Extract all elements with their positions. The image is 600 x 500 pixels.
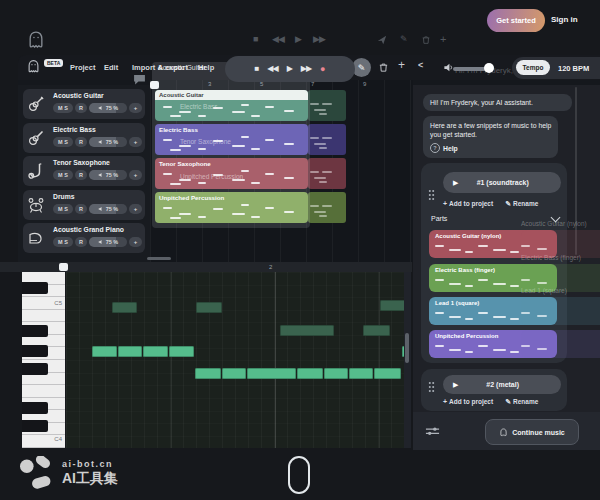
record-arm-button[interactable]: R — [75, 137, 87, 147]
track-options-button[interactable]: + — [129, 237, 142, 247]
add-to-project-button[interactable]: +Add to project — [443, 398, 493, 406]
volume-control[interactable]: 75 % — [89, 204, 127, 214]
get-started-button[interactable]: Get started — [487, 9, 545, 32]
snippet-1-play-button[interactable]: ▶ #1 (soundtrack) — [443, 172, 561, 193]
volume-control[interactable]: 75 % — [89, 137, 127, 147]
clip-unpitched-percussion-continued[interactable] — [308, 192, 346, 223]
note-dash — [435, 245, 444, 247]
black-key[interactable] — [22, 420, 48, 432]
track-options-button[interactable]: + — [129, 137, 142, 147]
add-to-project-button[interactable]: +Add to project — [443, 200, 493, 208]
mute-solo-buttons[interactable]: M S — [53, 237, 73, 247]
track-tenor-saxophone[interactable]: Tenor SaxophoneM SR75 %+ — [23, 156, 145, 186]
midi-note[interactable] — [143, 346, 168, 357]
midi-note[interactable] — [363, 325, 390, 336]
clip-acoustic-guitar-continued[interactable] — [308, 90, 346, 121]
drag-handle-icon[interactable] — [428, 189, 435, 200]
clip-tenor-saxophone-continued[interactable] — [308, 158, 346, 189]
drag-handle-icon[interactable] — [428, 381, 435, 392]
pin-icon[interactable] — [377, 35, 387, 45]
playhead-marker[interactable] — [59, 263, 68, 271]
volume-control[interactable]: 75 % — [89, 237, 127, 247]
add-icon[interactable]: + — [440, 33, 446, 45]
record-arm-button[interactable]: R — [75, 237, 87, 247]
trash-icon[interactable] — [378, 62, 389, 73]
timeline-hscrollbar[interactable] — [147, 257, 171, 260]
track-acoustic-grand-piano[interactable]: Acoustic Grand PianoM SR75 %+ — [23, 223, 145, 253]
volume-slider-handle[interactable] — [484, 63, 494, 73]
black-key[interactable] — [22, 325, 48, 337]
play-icon[interactable]: ▶ — [295, 34, 301, 44]
rename-button[interactable]: ✎Rename — [505, 398, 538, 406]
track-options-button[interactable]: + — [129, 204, 142, 214]
tempo-control[interactable]: Tempo 120 BPM — [512, 57, 600, 79]
black-key[interactable] — [22, 363, 48, 375]
menu-project[interactable]: Project — [70, 63, 95, 72]
pencil-icon: ✎ — [505, 200, 511, 207]
clip-electric-bass-continued[interactable] — [308, 124, 346, 155]
record-arm-button[interactable]: R — [75, 103, 87, 113]
trash-icon[interactable] — [421, 35, 431, 45]
volume-control[interactable]: 75 % — [89, 170, 127, 180]
fast-forward-icon[interactable]: ▶▶ — [313, 34, 325, 44]
midi-note[interactable] — [349, 368, 373, 379]
volume-value: 75 % — [106, 206, 119, 212]
stop-icon[interactable]: ■ — [254, 65, 258, 73]
black-key[interactable] — [22, 282, 48, 294]
record-arm-button[interactable]: R — [75, 170, 87, 180]
volume-slider[interactable] — [453, 67, 487, 71]
track-options-button[interactable]: + — [129, 170, 142, 180]
track-controls: M SR75 %+ — [53, 237, 142, 247]
track-drums[interactable]: DrumsM SR75 %+ — [23, 190, 145, 220]
track-options-button[interactable]: + — [129, 103, 142, 113]
rename-button[interactable]: ✎Rename — [505, 200, 538, 208]
chat-bubble-icon — [133, 74, 146, 85]
rewind-icon[interactable]: ◀◀ — [267, 65, 277, 73]
midi-note[interactable] — [118, 346, 142, 357]
piano-keys[interactable]: C5C4 — [22, 272, 65, 448]
midi-note[interactable] — [196, 302, 222, 313]
midi-note[interactable] — [297, 368, 323, 379]
stop-icon[interactable]: ■ — [253, 34, 257, 44]
help-link[interactable]: ? Help — [430, 143, 552, 153]
mute-solo-buttons[interactable]: M S — [53, 137, 73, 147]
midi-note[interactable] — [222, 368, 246, 379]
mute-solo-buttons[interactable]: M S — [53, 204, 73, 214]
track-electric-bass[interactable]: Electric BassM SR75 %+ — [23, 123, 145, 153]
midi-note[interactable] — [247, 368, 296, 379]
fast-forward-icon[interactable]: ▶▶ — [301, 65, 311, 73]
midi-note[interactable] — [169, 346, 194, 357]
mute-solo-buttons[interactable]: M S — [53, 103, 73, 113]
scrollbar-thumb[interactable] — [405, 333, 409, 363]
menu-edit[interactable]: Edit — [104, 63, 118, 72]
note-dash — [435, 279, 444, 281]
settings-sliders-icon[interactable] — [425, 425, 440, 437]
midi-note[interactable] — [92, 346, 117, 357]
add-icon[interactable]: + — [398, 58, 405, 72]
share-icon[interactable]: < — [418, 60, 423, 70]
snippet-2-play-button[interactable]: ▶ #2 (metal) — [443, 375, 561, 394]
track-acoustic-guitar[interactable]: Acoustic GuitarM SR75 %+ — [23, 89, 145, 119]
record-arm-button[interactable]: R — [75, 204, 87, 214]
pencil-icon[interactable]: ✎ — [400, 34, 408, 44]
midi-note[interactable] — [195, 368, 221, 379]
midi-note[interactable] — [112, 302, 137, 313]
rewind-icon[interactable]: ◀◀ — [272, 34, 284, 44]
pianoroll-grid[interactable] — [66, 272, 404, 448]
play-icon[interactable]: ▶ — [287, 65, 292, 73]
black-key[interactable] — [22, 345, 48, 357]
mute-solo-buttons[interactable]: M S — [53, 170, 73, 180]
tempo-value[interactable]: 120 BPM — [558, 64, 589, 73]
parts-label: Parts — [431, 215, 447, 222]
midi-note[interactable] — [280, 325, 334, 336]
sign-in-link[interactable]: Sign in — [551, 15, 578, 24]
black-key[interactable] — [22, 402, 48, 414]
midi-note[interactable] — [380, 300, 404, 311]
pianoroll-vscrollbar[interactable] — [404, 272, 411, 448]
note-dash — [322, 205, 332, 207]
midi-note[interactable] — [374, 368, 401, 379]
midi-note[interactable] — [324, 368, 348, 379]
volume-control[interactable]: 75 % — [89, 103, 127, 113]
continue-music-button[interactable]: Continue music — [485, 419, 579, 445]
record-icon[interactable]: ● — [320, 65, 325, 74]
